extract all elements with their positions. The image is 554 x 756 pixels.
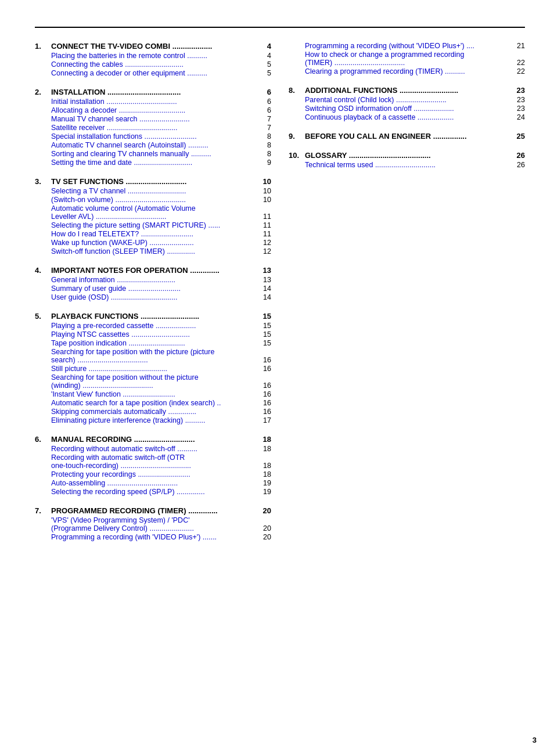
section-number: 3.	[35, 177, 51, 186]
entry-text: Initial installation ...................…	[51, 98, 257, 106]
toc-entry[interactable]: Manual TV channel search ...............…	[35, 115, 271, 123]
toc-entry[interactable]: Automatic volume control (Automatic Volu…	[35, 204, 271, 221]
toc-section: 10.GLOSSARY ............................…	[289, 151, 525, 169]
toc-entry[interactable]: Special installation functions .........…	[35, 132, 271, 141]
toc-section: 7.PROGRAMMED RECORDING (TIMER) .........…	[35, 506, 271, 541]
section-number: 10.	[289, 151, 305, 160]
section-header: 7.PROGRAMMED RECORDING (TIMER) .........…	[35, 506, 271, 515]
entry-continuation: one-touch-recording) ...................…	[51, 462, 271, 470]
toc-entry[interactable]: Switch-off function (SLEEP TIMER) ......…	[35, 247, 271, 255]
section-page-num: 15	[254, 312, 271, 321]
toc-entry[interactable]: Wake up function (WAKE-UP) .............…	[35, 239, 271, 247]
entry-text-line1: Searching for tape position without the …	[51, 373, 271, 381]
entry-text: User guide (OSD) .......................…	[51, 293, 257, 301]
toc-entry[interactable]: Searching for tape position with the pic…	[35, 348, 271, 364]
toc-entry[interactable]: Eliminating picture interference (tracki…	[35, 416, 271, 424]
section-header: 9.BEFORE YOU CALL AN ENGINEER ..........…	[289, 132, 525, 141]
entry-page-num: 19	[257, 479, 271, 487]
toc-entry[interactable]: Tape position indication ...............…	[35, 339, 271, 347]
toc-entry[interactable]: Programming a recording (without 'VIDEO …	[289, 42, 525, 50]
toc-entry[interactable]: Sorting and clearing TV channels manuall…	[35, 150, 271, 158]
toc-entry[interactable]: Still picture ..........................…	[35, 365, 271, 373]
toc-entry[interactable]: Programming a recording (with 'VIDEO Plu…	[35, 533, 271, 541]
entry-page-num: 6	[257, 106, 271, 114]
entry-page-num: 7	[257, 124, 271, 132]
toc-entry[interactable]: Automatic TV channel search (Autoinstall…	[35, 141, 271, 149]
entry-page-num: 18	[257, 470, 271, 478]
toc-entry[interactable]: Skipping commercials automatically .....…	[35, 408, 271, 416]
toc-entry[interactable]: Satellite receiver .....................…	[35, 124, 271, 132]
toc-entry[interactable]: Setting the time and date ..............…	[35, 159, 271, 167]
entry-page-num: 5	[257, 60, 271, 69]
entry-text: Playing a pre-recorded cassette ........…	[51, 322, 257, 330]
toc-entry[interactable]: Summary of user guide ..................…	[35, 285, 271, 293]
toc-entry[interactable]: Selecting the recording speed (SP/LP) ..…	[35, 488, 271, 496]
section-number: 8.	[289, 86, 305, 95]
toc-entry[interactable]: Continuous playback of a cassette ......…	[289, 113, 525, 121]
section-page-num: 20	[254, 506, 271, 515]
toc-entry[interactable]: Playing NTSC cassettes .................…	[35, 330, 271, 339]
entry-text: Selecting the picture setting (SMART PIC…	[51, 221, 257, 229]
toc-entry[interactable]: Selecting the picture setting (SMART PIC…	[35, 221, 271, 229]
toc-entry[interactable]: Parental control (Child lock) ..........…	[289, 96, 525, 104]
entry-text: General information ....................…	[51, 276, 257, 284]
entry-page-num: 20	[257, 524, 271, 532]
section-page-num: 18	[254, 435, 271, 444]
section-header: 10.GLOSSARY ............................…	[289, 151, 525, 160]
toc-entry[interactable]: Recording with automatic switch-off (OTR…	[35, 453, 271, 470]
toc-entry[interactable]: General information ....................…	[35, 276, 271, 284]
entry-text: Special installation functions .........…	[51, 132, 257, 141]
section-header: 3.TV SET FUNCTIONS .....................…	[35, 177, 271, 186]
entry-page-num: 16	[257, 408, 271, 416]
toc-entry[interactable]: Clearing a programmed recording (TIMER) …	[289, 67, 525, 75]
entry-text: Continuous playback of a cassette ......…	[305, 113, 510, 121]
entry-page-num: 17	[257, 416, 271, 424]
toc-entry[interactable]: (Switch-on volume) .....................…	[35, 196, 271, 204]
toc-entry[interactable]: Auto-assembling ........................…	[35, 479, 271, 487]
toc-entry[interactable]: Initial installation ...................…	[35, 98, 271, 106]
toc-entry[interactable]: Connecting the cables ..................…	[35, 60, 271, 69]
toc-entry[interactable]: Protecting your recordings .............…	[35, 470, 271, 478]
entry-continuation: Leveller AVL) ..........................…	[51, 213, 271, 221]
toc-entry[interactable]: 'Instant View' function ................…	[35, 390, 271, 398]
contents-layout: 1.CONNECT THE TV-VIDEO COMBI ...........…	[35, 42, 525, 552]
section-number: 7.	[35, 506, 51, 515]
entry-text: Connecting a decoder or other equipment …	[51, 69, 257, 77]
entry-page-num: 23	[510, 105, 525, 113]
entry-page-num: 16	[257, 356, 271, 364]
entry-text: Playing NTSC cassettes .................…	[51, 330, 257, 339]
toc-entry[interactable]: Connecting a decoder or other equipment …	[35, 69, 271, 77]
toc-entry[interactable]: User guide (OSD) .......................…	[35, 293, 271, 301]
toc-entry[interactable]: How to check or change a programmed reco…	[289, 51, 525, 67]
toc-entry[interactable]: Selecting a TV channel .................…	[35, 187, 271, 195]
entry-text: Automatic search for a tape position (in…	[51, 399, 257, 407]
section-title: INSTALLATION ...........................…	[51, 88, 254, 96]
toc-entry[interactable]: Playing a pre-recorded cassette ........…	[35, 322, 271, 330]
toc-entry[interactable]: Technical terms used ...................…	[289, 161, 525, 169]
entry-continuation: search) ................................…	[51, 356, 271, 364]
entry-text: Programming a recording (with 'VIDEO Plu…	[51, 533, 257, 541]
toc-entry[interactable]: Automatic search for a tape position (in…	[35, 399, 271, 407]
entry-text: Summary of user guide ..................…	[51, 285, 257, 293]
entry-page-num: 22	[510, 67, 525, 75]
entry-page-num: 4	[257, 52, 271, 60]
entry-text-line2: (Programme Delivery Control) ...........…	[51, 524, 257, 532]
entry-page-num: 6	[257, 98, 271, 106]
toc-entry[interactable]: How do I read TELETEXT? ................…	[35, 230, 271, 238]
toc-entry[interactable]: Placing the batteries in the remote cont…	[35, 52, 271, 60]
entry-page-num: 23	[510, 96, 525, 104]
toc-entry[interactable]: 'VPS' (Video Programming System) / 'PDC'…	[35, 516, 271, 532]
toc-entry[interactable]: Recording without automatic switch-off .…	[35, 445, 271, 453]
entry-page-num: 16	[257, 390, 271, 398]
entry-text-line1: Searching for tape position with the pic…	[51, 348, 271, 356]
section-number: 2.	[35, 88, 51, 96]
toc-entry[interactable]: Searching for tape position without the …	[35, 373, 271, 390]
section-title: ADDITIONAL FUNCTIONS ...................…	[305, 86, 508, 95]
entry-text: Recording without automatic switch-off .…	[51, 445, 257, 453]
entry-page-num: 8	[257, 141, 271, 149]
toc-entry[interactable]: Switching OSD information on/off .......…	[289, 105, 525, 113]
entry-text: Tape position indication ...............…	[51, 339, 257, 347]
toc-section: 4.IMPORTANT NOTES FOR OPERATION ........…	[35, 266, 271, 301]
entry-page-num: 8	[257, 150, 271, 158]
toc-entry[interactable]: Allocating a decoder ...................…	[35, 106, 271, 114]
